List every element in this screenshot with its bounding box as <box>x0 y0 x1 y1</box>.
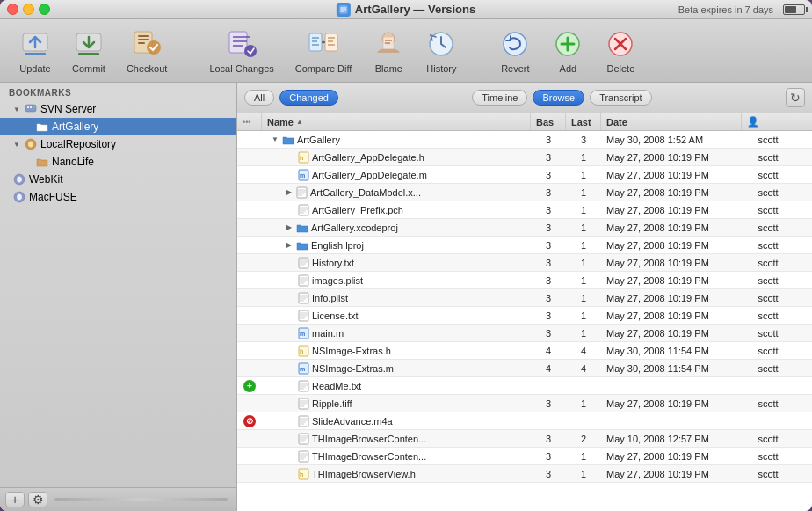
sidebar-item-svn-server[interactable]: ▼ SVN Server <box>0 100 236 118</box>
table-row[interactable]: ⊘ SlideAdvance.m4a <box>237 412 812 430</box>
sidebar-item-webkit[interactable]: WebKit <box>0 171 236 188</box>
sidebar-footer: + ⚙ <box>0 487 236 511</box>
checkout-button[interactable]: Checkout <box>118 23 176 79</box>
history-button[interactable]: History <box>417 23 466 79</box>
table-row[interactable]: License.txt 3 1 May 27, 2008 10:19 PM sc… <box>237 307 812 325</box>
table-row[interactable]: ▶ ArtGallery.xcodeproj 3 1 May 27, 2008 … <box>237 219 812 237</box>
row-extra <box>794 360 812 376</box>
settings-button[interactable]: ⚙ <box>28 492 47 507</box>
sidebar-resize-handle[interactable] <box>54 498 228 501</box>
svg-rect-46 <box>299 416 308 427</box>
svg-rect-12 <box>309 33 322 51</box>
table-row[interactable]: ArtGallery_Prefix.pch 3 1 May 27, 2008 1… <box>237 201 812 219</box>
blame-button[interactable]: Blame <box>364 23 413 79</box>
zoom-button[interactable] <box>39 4 50 15</box>
delete-button[interactable]: Delete <box>596 23 645 79</box>
sidebar-item-macfuse[interactable]: MacFUSE <box>0 188 236 206</box>
svg-rect-35 <box>299 275 308 286</box>
file-name: ArtGallery_Prefix.pch <box>312 205 403 215</box>
commit-button[interactable]: Commit <box>63 23 114 79</box>
compare-diff-button[interactable]: Compare Diff <box>286 23 361 79</box>
expand-icon[interactable]: ▼ <box>12 140 21 149</box>
file-name: NSImage-Extras.m <box>312 363 394 374</box>
file-name: Info.plist <box>312 293 348 303</box>
row-name: h NSImage-Extras.h <box>262 342 531 359</box>
table-row[interactable]: THImageBrowserConten... 3 1 May 27, 2008… <box>237 448 812 465</box>
table-row[interactable]: h NSImage-Extras.h 4 4 May 30, 2008 11:5… <box>237 342 812 360</box>
table-row[interactable]: Ripple.tiff 3 1 May 27, 2008 10:19 PM sc… <box>237 395 812 412</box>
table-row[interactable]: ▶ ArtGallery_DataModel.x... 3 1 May 27, … <box>237 184 812 201</box>
refresh-button[interactable]: ↻ <box>786 88 805 107</box>
row-extra <box>794 395 812 412</box>
expand-icon[interactable]: ▶ <box>285 223 294 232</box>
row-last: 4 <box>566 342 601 359</box>
sidebar-section-header: BOOKMARKS <box>0 83 236 100</box>
table-row[interactable]: THImageBrowserConten... 3 2 May 10, 2008… <box>237 430 812 448</box>
sidebar: BOOKMARKS ▼ SVN Server <box>0 83 237 511</box>
expand-icon[interactable]: ▼ <box>271 135 279 144</box>
sidebar-item-nanolife[interactable]: NanoLife <box>0 153 236 171</box>
revert-button[interactable]: Revert <box>490 23 540 79</box>
add-bookmark-button[interactable]: + <box>5 492 25 507</box>
row-base: 3 <box>531 201 566 218</box>
th-name[interactable]: Name ▲ <box>262 113 531 130</box>
th-last[interactable]: Last <box>566 113 601 130</box>
file-table[interactable]: ••• Name ▲ Bas Last Date 👤 ▼ ArtGallery <box>237 113 812 511</box>
expand-icon[interactable]: ▼ <box>12 105 21 113</box>
svg-point-14 <box>323 40 325 43</box>
row-status <box>237 184 262 201</box>
row-user: scott <box>742 272 794 288</box>
table-row[interactable]: + ReadMe.txt <box>237 377 812 395</box>
local-repo-icon <box>24 137 38 151</box>
expand-icon[interactable]: ▶ <box>285 188 294 197</box>
row-last: 3 <box>566 131 601 148</box>
row-user: scott <box>742 201 794 218</box>
svg-rect-6 <box>138 35 149 37</box>
close-button[interactable] <box>7 4 18 15</box>
filter-browse-button[interactable]: Browse <box>533 90 584 106</box>
row-extra <box>794 272 812 288</box>
filter-changed-button[interactable]: Changed <box>279 90 338 106</box>
add-button[interactable]: Add <box>543 23 592 79</box>
update-button[interactable]: Update <box>11 23 60 79</box>
filter-all-button[interactable]: All <box>244 90 274 106</box>
table-row[interactable]: Info.plist 3 1 May 27, 2008 10:19 PM sco… <box>237 289 812 307</box>
table-row[interactable]: m ArtGallery_AppDelegate.m 3 1 May 27, 2… <box>237 166 812 184</box>
row-extra <box>794 342 812 359</box>
revert-label: Revert <box>501 63 529 74</box>
th-date[interactable]: Date <box>601 113 742 130</box>
row-date <box>601 377 742 394</box>
row-date: May 27, 2008 10:19 PM <box>601 254 742 271</box>
table-row[interactable]: images.plist 3 1 May 27, 2008 10:19 PM s… <box>237 272 812 289</box>
row-name: h THImageBrowserView.h <box>262 465 531 482</box>
table-row[interactable]: m main.m 3 1 May 27, 2008 10:19 PM scott <box>237 325 812 342</box>
th-user[interactable]: 👤 <box>742 113 794 130</box>
th-base[interactable]: Bas <box>531 113 566 130</box>
table-row[interactable]: m NSImage-Extras.m 4 4 May 30, 2008 11:5… <box>237 360 812 377</box>
file-type-icon <box>298 204 309 216</box>
sidebar-item-artgallery[interactable]: ArtGallery <box>0 118 236 135</box>
expand-icon[interactable]: ▶ <box>285 241 294 250</box>
table-row[interactable]: h THImageBrowserView.h 3 1 May 27, 2008 … <box>237 465 812 483</box>
row-name: Info.plist <box>262 289 531 306</box>
table-row[interactable]: ▶ English.lproj 3 1 May 27, 2008 10:19 P… <box>237 237 812 254</box>
svg-point-9 <box>147 40 161 55</box>
filter-transcript-button[interactable]: Transcript <box>590 90 652 106</box>
local-changes-button[interactable]: Local Changes <box>200 23 282 79</box>
minimize-button[interactable] <box>23 4 34 15</box>
svg-text:h: h <box>300 348 303 354</box>
sidebar-item-local-repo[interactable]: ▼ LocalRepository <box>0 135 236 153</box>
table-row[interactable]: h ArtGallery_AppDelegate.h 3 1 May 27, 2… <box>237 149 812 166</box>
file-type-icon: h <box>298 468 309 480</box>
local-repo-label: LocalRepository <box>40 138 116 150</box>
filter-timeline-button[interactable]: Timeline <box>472 90 527 106</box>
toolbar: Update Commit <box>0 19 812 83</box>
row-extra <box>794 430 812 447</box>
table-row[interactable]: History.txt 3 1 May 27, 2008 10:19 PM sc… <box>237 254 812 272</box>
table-row[interactable]: ▼ ArtGallery 3 3 May 30, 2008 1:52 AM sc… <box>237 131 812 149</box>
row-status <box>237 237 262 253</box>
file-name: images.plist <box>312 275 363 286</box>
file-type-icon <box>298 257 309 269</box>
svg-text:m: m <box>300 366 305 372</box>
svg-rect-45 <box>299 398 308 409</box>
